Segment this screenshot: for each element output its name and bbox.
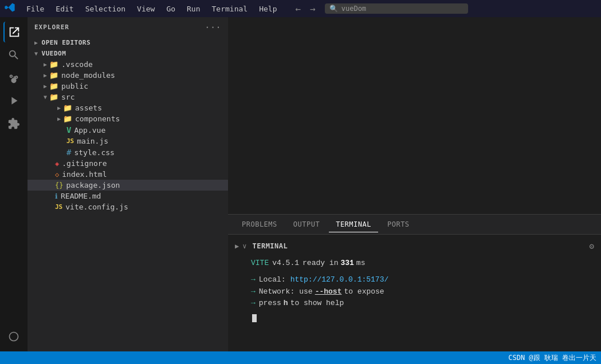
sidebar-content: ▶ OPEN EDITORS ▼ VUEDOM ▶ 📁 .vscode ▶ 📁 … (28, 37, 228, 351)
menu-help[interactable]: Help (254, 3, 281, 14)
tab-terminal[interactable]: TERMINAL (329, 217, 378, 232)
menu-file[interactable]: File (22, 3, 49, 14)
sidebar: EXPLORER ··· ▶ OPEN EDITORS ▼ VUEDOM ▶ 📁… (28, 17, 228, 351)
panel-tabs: PROBLEMS OUTPUT TERMINAL PORTS (228, 215, 601, 235)
json-icon: {} (55, 181, 63, 189)
file-name: style.css (74, 148, 114, 157)
tree-item-index-html[interactable]: ◇ index.html (28, 169, 228, 180)
md-icon: ℹ (55, 192, 58, 200)
activity-source-control[interactable] (3, 68, 24, 88)
menu-selection[interactable]: Selection (81, 3, 130, 14)
section-open-editors[interactable]: ▶ OPEN EDITORS (28, 37, 228, 48)
menu-edit[interactable]: Edit (51, 3, 78, 14)
file-name: index.html (62, 170, 107, 179)
main-layout: EXPLORER ··· ▶ OPEN EDITORS ▼ VUEDOM ▶ 📁… (0, 17, 601, 351)
tree-item-public[interactable]: ▶ 📁 public (28, 81, 228, 92)
sidebar-more-actions[interactable]: ··· (205, 22, 221, 33)
menu-go[interactable]: Go (162, 3, 180, 14)
folder-icon: 📁 (49, 82, 58, 90)
tree-item-vscode[interactable]: ▶ 📁 .vscode (28, 59, 228, 70)
network-text2: to expose (344, 286, 384, 298)
tree-item-node-modules[interactable]: ▶ 📁 node_modules (28, 70, 228, 81)
tree-item-src[interactable]: ▼ 📁 src (28, 92, 228, 102)
menu-terminal[interactable]: Terminal (207, 3, 253, 14)
folder-icon: 📁 (49, 71, 58, 80)
folder-icon: 📁 (49, 93, 58, 101)
menu-bar: File Edit Selection View Go Run Terminal… (22, 3, 281, 14)
file-name: App.vue (74, 126, 105, 134)
tree-item-components[interactable]: ▶ 📁 components (28, 113, 228, 124)
sidebar-title: EXPLORER (34, 23, 69, 31)
vscode-logo (5, 2, 15, 15)
search-bar[interactable]: 🔍 vueDom (325, 3, 468, 14)
vite-ready-text: ready in (303, 258, 338, 270)
tree-item-style-css[interactable]: # style.css (28, 147, 228, 158)
terminal-expand-icon: ∨ (242, 242, 246, 250)
tree-item-app-vue[interactable]: V App.vue (28, 124, 228, 136)
panel-content: ▶ ∨ TERMINAL ⚙ VITE v4.5.1 ready in 331 … (228, 235, 601, 351)
file-name: vite.config.js (65, 203, 128, 211)
activity-search[interactable] (3, 45, 24, 65)
folder-icon: 📁 (63, 114, 72, 123)
tree-item-main-js[interactable]: JS main.js (28, 136, 228, 147)
tab-ports[interactable]: PORTS (380, 217, 417, 232)
terminal-body[interactable]: VITE v4.5.1 ready in 331 ms → Local: htt… (228, 253, 601, 347)
file-name: assets (75, 104, 102, 112)
search-text: vueDom (341, 5, 366, 13)
terminal-line-local: → Local: http://127.0.0.1:5173/ (239, 274, 590, 286)
js-icon: JS (55, 203, 62, 211)
arrow-icon: → (251, 274, 256, 286)
chevron-right-icon: ▶ (44, 72, 47, 78)
section-open-editors-label: OPEN EDITORS (42, 39, 91, 46)
arrow-icon: → (251, 286, 256, 298)
tree-item-package-json[interactable]: {} package.json (28, 180, 228, 191)
help-bold-text: h (284, 298, 288, 310)
tree-item-assets[interactable]: ▶ 📁 assets (28, 102, 228, 113)
network-bold-text: --host (315, 286, 342, 298)
terminal-line-network: → Network: use --host to expose (239, 286, 590, 298)
file-name: main.js (77, 137, 108, 145)
activity-remote[interactable] (3, 326, 24, 347)
help-text2: to show help (290, 298, 344, 310)
vite-ms-unit: ms (356, 258, 366, 270)
activity-extensions[interactable] (3, 113, 24, 134)
status-bar-text: CSDN @跟 耿瑞 卷出一片天 (508, 353, 596, 363)
file-name: .vscode (61, 60, 93, 69)
file-name: node_modules (61, 71, 115, 80)
file-name: public (61, 82, 88, 90)
tab-problems[interactable]: PROBLEMS (235, 217, 284, 232)
tree-item-vite-config[interactable]: JS vite.config.js (28, 201, 228, 212)
network-text1: use (299, 286, 312, 298)
help-text1: press (259, 298, 281, 310)
activity-explorer[interactable] (3, 22, 24, 42)
menu-view[interactable]: View (132, 3, 159, 14)
chevron-right-icon: ▶ (57, 116, 61, 122)
chevron-right-icon: ▶ (57, 105, 61, 111)
status-bar: CSDN @跟 耿瑞 卷出一片天 (0, 351, 601, 364)
nav-buttons: ← → (293, 3, 317, 14)
terminal-cursor (252, 314, 257, 322)
activity-run-debug[interactable] (3, 90, 24, 111)
file-name: src (61, 93, 74, 101)
menu-run[interactable]: Run (182, 3, 205, 14)
vue-icon: V (66, 125, 71, 134)
sidebar-header: EXPLORER ··· (28, 17, 228, 37)
git-icon: ◈ (55, 160, 59, 168)
nav-back-button[interactable]: ← (293, 3, 303, 14)
tree-item-gitignore[interactable]: ◈ .gitignore (28, 158, 228, 169)
nav-forward-button[interactable]: → (308, 3, 318, 14)
tree-item-readme-md[interactable]: ℹ README.md (28, 191, 228, 201)
terminal-cursor-line (239, 314, 590, 322)
activity-bottom (3, 326, 24, 351)
terminal-line-vite: VITE v4.5.1 ready in 331 ms (239, 258, 590, 270)
chevron-right-icon: ▶ (44, 61, 47, 68)
file-name: README.md (61, 192, 101, 200)
tab-output[interactable]: OUTPUT (286, 217, 327, 232)
section-vuedom-label: VUEDOM (42, 50, 66, 57)
section-vuedom[interactable]: ▼ VUEDOM (28, 48, 228, 59)
terminal-label: TERMINAL (252, 242, 288, 250)
vite-ms: 331 (340, 258, 353, 270)
terminal-settings-icon[interactable]: ⚙ (590, 242, 594, 251)
folder-icon: 📁 (49, 60, 58, 69)
file-name: package.json (66, 181, 120, 189)
